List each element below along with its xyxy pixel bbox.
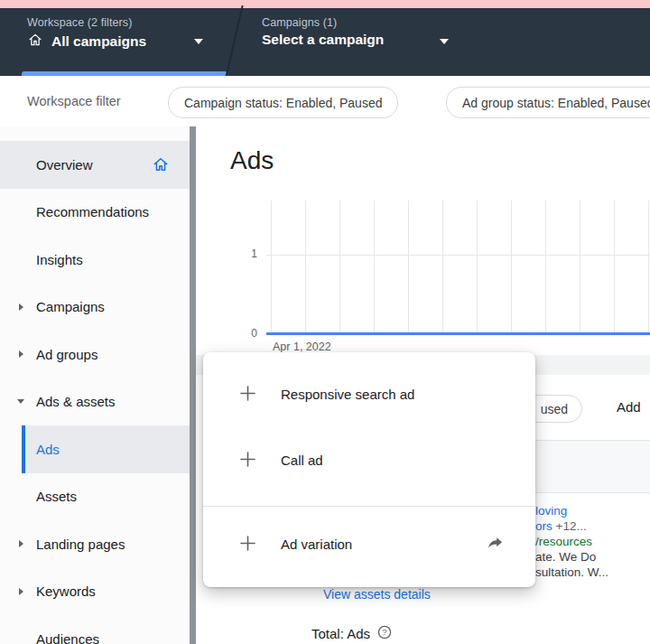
home-icon bbox=[27, 32, 43, 51]
view-assets-details-link[interactable]: View assets details bbox=[323, 587, 431, 602]
menu-item-ad-variation[interactable]: Ad variation bbox=[203, 511, 535, 577]
total-label: Total: Ads bbox=[311, 626, 370, 641]
sidebar-item-ads[interactable]: Ads bbox=[0, 425, 190, 473]
nav-sidebar: Overview Recommendations Insights Campai… bbox=[0, 126, 190, 644]
chevron-right-icon bbox=[19, 540, 23, 547]
chip-label: Ad group status: Enabled, Paused bbox=[462, 96, 650, 110]
table-total-row: Total: Ads ? bbox=[311, 625, 392, 642]
workspace-selector[interactable]: All campaigns bbox=[27, 32, 146, 51]
create-ad-dropdown-menu: Responsive search ad Call ad Ad variatio… bbox=[203, 352, 535, 587]
chart-vertical-gridlines bbox=[271, 201, 650, 334]
adgroup-status-filter-chip[interactable]: Ad group status: Enabled, Paused bbox=[446, 87, 650, 118]
svg-text:?: ? bbox=[382, 627, 386, 637]
plus-icon bbox=[239, 535, 256, 555]
chevron-right-icon bbox=[19, 303, 23, 311]
chevron-down-icon[interactable] bbox=[440, 39, 449, 44]
sidebar-item-insights[interactable]: Insights bbox=[0, 236, 190, 284]
ad-headline-fragment[interactable]: loving bbox=[535, 504, 567, 518]
add-filter-button-partial[interactable]: Add bbox=[617, 399, 641, 415]
help-icon[interactable]: ? bbox=[377, 625, 392, 642]
chart-data-line bbox=[266, 332, 650, 335]
workspace-label: Workspace (2 filters) bbox=[27, 16, 132, 29]
chevron-down-icon[interactable] bbox=[194, 39, 203, 44]
campaign-label: Campaigns (1) bbox=[262, 16, 337, 29]
ad-display-url-fragment: /resources bbox=[535, 535, 592, 548]
page-title: Ads bbox=[230, 146, 274, 175]
menu-divider bbox=[203, 506, 535, 507]
menu-item-responsive-search-ad[interactable]: Responsive search ad bbox=[203, 361, 535, 427]
workspace-value: All campaigns bbox=[51, 33, 146, 50]
plus-icon bbox=[239, 451, 256, 471]
plus-icon bbox=[239, 385, 256, 405]
workspace-topbar: Workspace (2 filters) All campaigns Camp… bbox=[0, 8, 650, 76]
sidebar-item-ad-groups[interactable]: Ad groups bbox=[0, 331, 190, 378]
chip-label: Campaign status: Enabled, Paused bbox=[184, 96, 382, 110]
home-icon bbox=[152, 155, 170, 176]
sidebar-scrollbar[interactable] bbox=[190, 126, 196, 644]
workspace-filter-label: Workspace filter bbox=[27, 76, 121, 126]
main-content: Ads 1 0 Apr 1, 2022 used Add loving ors … bbox=[196, 126, 650, 644]
ad-description-fragment-2: sultation. W... bbox=[535, 565, 608, 579]
sidebar-item-audiences[interactable]: Audiences bbox=[0, 615, 190, 644]
chevron-right-icon bbox=[19, 588, 23, 595]
chevron-right-icon bbox=[19, 350, 23, 358]
workspace-filter-bar: Workspace filter Campaign status: Enable… bbox=[0, 76, 650, 127]
chart-gridline-1 bbox=[266, 255, 650, 256]
sidebar-item-overview[interactable]: Overview bbox=[0, 141, 190, 189]
campaign-status-filter-chip[interactable]: Campaign status: Enabled, Paused bbox=[168, 87, 398, 118]
campaign-value: Select a campaign bbox=[262, 32, 384, 48]
chevron-down-icon bbox=[17, 399, 24, 404]
forward-arrow-icon bbox=[486, 535, 506, 555]
ad-headline-fragment-2: ors +12... bbox=[535, 519, 587, 533]
sidebar-item-assets[interactable]: Assets bbox=[0, 473, 190, 521]
campaign-selector[interactable]: Select a campaign bbox=[262, 32, 384, 48]
x-axis-label: Apr 1, 2022 bbox=[273, 341, 331, 353]
sidebar-item-ads-and-assets[interactable]: Ads & assets bbox=[0, 378, 190, 426]
menu-item-call-ad[interactable]: Call ad bbox=[203, 427, 535, 493]
y-axis-tick-0: 0 bbox=[239, 327, 257, 340]
sidebar-item-recommendations[interactable]: Recommendations bbox=[0, 189, 190, 237]
browser-theme-strip bbox=[0, 0, 650, 8]
sidebar-item-keywords[interactable]: Keywords bbox=[0, 568, 190, 616]
breadcrumb-separator bbox=[224, 5, 243, 81]
sidebar-item-campaigns[interactable]: Campaigns bbox=[0, 284, 190, 331]
sidebar-item-landing-pages[interactable]: Landing pages bbox=[0, 520, 190, 568]
ad-description-fragment: ate. We Do bbox=[535, 550, 596, 564]
google-ads-window: Workspace (2 filters) All campaigns Camp… bbox=[0, 0, 650, 644]
y-axis-tick-1: 1 bbox=[239, 247, 257, 260]
